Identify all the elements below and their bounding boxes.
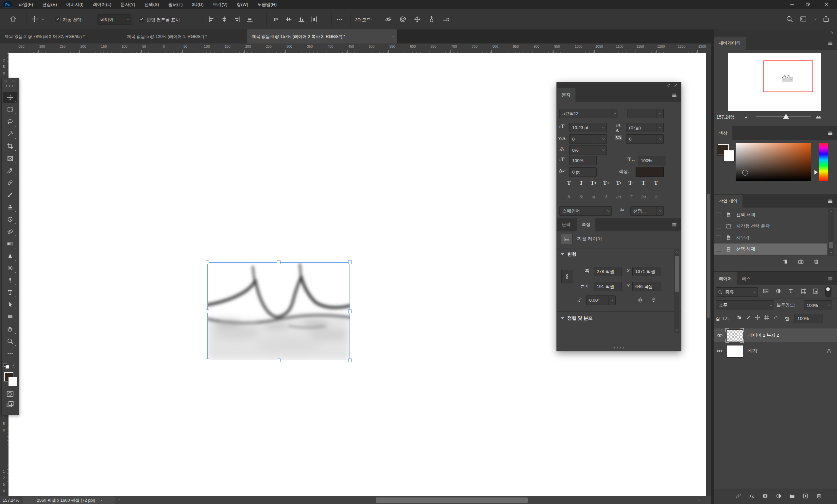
search-icon[interactable]: [786, 15, 793, 22]
flip-vertical-icon[interactable]: [650, 297, 657, 303]
transform-handle[interactable]: [348, 359, 352, 362]
height-field[interactable]: 191 픽셀: [594, 282, 622, 291]
font-family-dropdown[interactable]: a고딕12: [559, 109, 618, 118]
panel-menu-icon[interactable]: [827, 198, 833, 204]
more-options-icon[interactable]: [336, 16, 343, 23]
lock-artboard-icon[interactable]: [764, 315, 769, 320]
baseline-shift-field[interactable]: 0 pt: [569, 167, 597, 177]
history-scrollbar[interactable]: [828, 209, 834, 255]
vertical-scale-field[interactable]: 100%: [569, 156, 597, 165]
menu-item-edit[interactable]: 편집(E): [38, 0, 61, 9]
hue-strip[interactable]: [819, 143, 828, 181]
layer-name[interactable]: 배경: [748, 348, 826, 354]
panel-resize-grip[interactable]: [613, 347, 625, 348]
3d-slide3d-icon[interactable]: [428, 15, 435, 23]
menu-item-type[interactable]: 문자(Y): [116, 0, 140, 9]
menu-item-layer[interactable]: 레이어(L): [88, 0, 116, 9]
3d-roll-icon[interactable]: [399, 15, 407, 23]
opentype-button-0[interactable]: fi: [564, 194, 574, 201]
style-all-caps-button[interactable]: TT: [589, 179, 599, 187]
filter-image-icon[interactable]: [763, 288, 769, 294]
history-item[interactable]: 선택 해제: [714, 209, 827, 220]
layers-link-icon[interactable]: [735, 493, 742, 499]
layers-adjustment-icon[interactable]: [776, 493, 782, 499]
swap-colors-icon[interactable]: [11, 363, 16, 369]
horizontal-scale-field[interactable]: 100%: [638, 156, 666, 165]
transform-section-header[interactable]: 변형: [561, 251, 576, 257]
tab-color[interactable]: 색상: [714, 126, 732, 140]
move-options-chevron-icon[interactable]: [40, 17, 45, 22]
tab-navigator[interactable]: 내비게이터: [714, 37, 746, 50]
visibility-eye-icon[interactable]: [714, 332, 726, 339]
tool-gradient-tool[interactable]: [3, 238, 17, 249]
zoom-out-icon[interactable]: [744, 114, 750, 120]
transform-handle[interactable]: [348, 309, 352, 313]
workspace-icon[interactable]: [800, 15, 807, 22]
menu-item-3d[interactable]: 3D(D): [188, 0, 208, 9]
panel-menu-icon[interactable]: [827, 130, 833, 136]
tab-history[interactable]: 작업 내역: [714, 195, 743, 208]
opacity-dropdown[interactable]: 100%: [804, 300, 832, 310]
tool-zoom-tool[interactable]: [3, 336, 17, 347]
close-panel-icon[interactable]: [674, 83, 678, 87]
layer-row[interactable]: 레이어 2 복사 2: [714, 328, 837, 342]
history-item[interactable]: 지우기: [714, 232, 827, 243]
transform-handle[interactable]: [277, 359, 281, 362]
history-source-checkbox[interactable]: [716, 247, 721, 252]
tool-eyedropper-tool[interactable]: [3, 165, 17, 176]
filter-type-filter-icon[interactable]: [788, 288, 794, 294]
history-trash-icon[interactable]: [813, 258, 819, 265]
tool-lasso-tool[interactable]: [3, 116, 17, 127]
horizontal-ruler[interactable]: 4003503002502001501005005010015020025030…: [8, 43, 711, 54]
scroll-left-icon[interactable]: ‹: [118, 498, 120, 502]
show-transform-checkbox[interactable]: [139, 17, 144, 22]
align-b-icon[interactable]: [298, 16, 305, 23]
tool-crop-tool[interactable]: [3, 141, 17, 152]
tab-properties[interactable]: 속성: [577, 218, 595, 231]
style-strikethrough-button[interactable]: T: [651, 179, 661, 187]
menu-item-select[interactable]: 선택(S): [140, 0, 164, 9]
align-cv-icon[interactable]: [285, 16, 292, 23]
menu-item-window[interactable]: 창(W): [232, 0, 253, 9]
history-source-checkbox[interactable]: [716, 235, 721, 240]
zoom-level[interactable]: 157.24%: [3, 498, 19, 503]
menu-item-view[interactable]: 보기(V): [208, 0, 232, 9]
properties-scrollbar[interactable]: [674, 249, 679, 333]
lock-move-tool-icon[interactable]: [755, 315, 760, 320]
quick-mask-icon[interactable]: [6, 390, 14, 398]
blend-mode-dropdown[interactable]: 표준: [716, 300, 774, 310]
tool-sharpen-tool[interactable]: [3, 250, 17, 262]
history-snapshot-doc-icon[interactable]: [782, 258, 789, 265]
panel-menu-icon[interactable]: [672, 222, 677, 228]
layer-row[interactable]: 배경: [714, 344, 837, 358]
ruler-corner[interactable]: [0, 43, 9, 54]
lock-brush-tool-icon[interactable]: [746, 315, 751, 320]
3d-pan3d-icon[interactable]: [413, 15, 421, 23]
tool-pen-tool[interactable]: [3, 275, 17, 286]
x-field[interactable]: 1371 픽셀: [632, 267, 660, 276]
auto-select-checkbox[interactable]: [55, 17, 60, 22]
color-field-cursor[interactable]: [742, 169, 748, 176]
document-tab-3[interactable]: 제목 없음-6 @ 157% (레이어 2 복사 2, RGB/8#) *×: [247, 30, 397, 43]
share-icon[interactable]: [822, 15, 830, 22]
zoom-slider-thumb[interactable]: [783, 114, 789, 119]
menu-item-help[interactable]: 도움말(H): [253, 0, 281, 9]
document-info[interactable]: 2560 픽셀 x 1600 픽셀 (72 ppi) ›: [23, 497, 115, 504]
history-item[interactable]: 사각형 선택 윤곽: [714, 221, 827, 232]
document-tab-1[interactable]: 제목 없음-2 @ 78% (레이어 32, RGB/8#) *×: [0, 30, 129, 43]
tsume-dropdown[interactable]: 0%: [569, 145, 607, 155]
3d-cam3d-icon[interactable]: [442, 15, 450, 23]
lock-lock-icon[interactable]: [773, 315, 779, 320]
history-source-checkbox[interactable]: [716, 213, 721, 217]
collapse-dock-icon[interactable]: [830, 31, 834, 35]
align-l-icon[interactable]: [208, 16, 215, 23]
document-tab-2[interactable]: 제목 없음-5 @ 120% (레이어 1, RGB/8#) *×: [122, 30, 254, 43]
tool-ellipsis[interactable]: [3, 348, 17, 359]
navigator-preview[interactable]: [728, 52, 821, 111]
move-tool-options-icon[interactable]: [31, 15, 38, 22]
style-superscript-button[interactable]: T1: [614, 179, 623, 187]
angle-dropdown[interactable]: 0.00°: [586, 295, 616, 305]
tool-hand-tool[interactable]: [3, 324, 17, 335]
scroll-down-icon[interactable]: [829, 250, 833, 254]
opentype-button-3[interactable]: A: [601, 194, 611, 201]
